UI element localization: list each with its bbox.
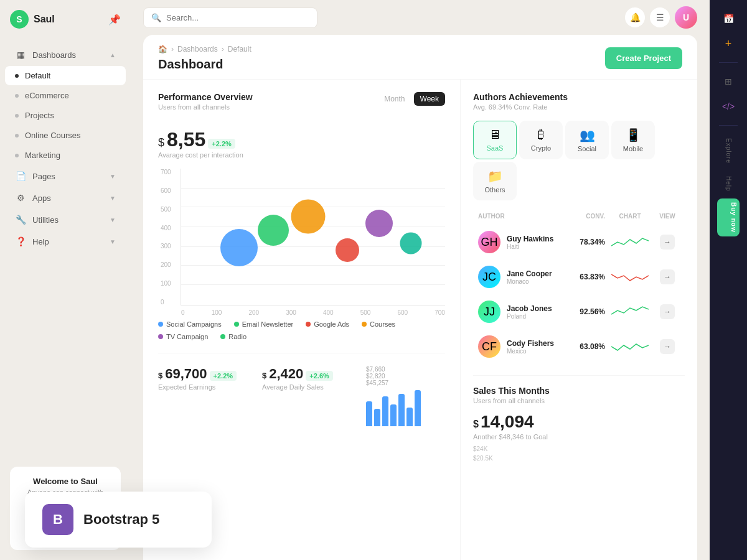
cat-tab-others[interactable]: 📁 Others: [473, 162, 517, 200]
sidebar-item-pages[interactable]: 📄 Pages ▼: [5, 166, 126, 187]
pin-icon[interactable]: 📌: [108, 14, 121, 26]
period-week-button[interactable]: Week: [414, 92, 445, 106]
bubble-google: [291, 199, 325, 233]
stat-value-earnings: $ 69,700 +2.2%: [158, 366, 237, 382]
view-button-jacob[interactable]: →: [660, 304, 675, 319]
author-country-guy: Haiti: [507, 243, 561, 250]
sidebar-item-marketing[interactable]: Marketing: [5, 146, 126, 165]
stats-row: $ 69,700 +2.2% Expected Earnings $ 2,420…: [158, 353, 445, 426]
cat-label-crypto: Crypto: [531, 144, 551, 152]
view-button-guy[interactable]: →: [660, 235, 675, 250]
breadcrumb: 🏠 › Dashboards › Default: [158, 45, 251, 54]
author-chart-jane: [605, 269, 655, 284]
projects-dot: [15, 114, 19, 118]
breadcrumb-default[interactable]: Default: [228, 45, 251, 54]
legend-google-ads: Google Ads: [306, 320, 349, 328]
view-button-jane[interactable]: →: [660, 269, 675, 284]
breadcrumb-sep1: ›: [171, 45, 174, 54]
metric-dollar: $: [158, 136, 164, 149]
author-name-jane: Jane Cooper: [507, 269, 561, 278]
sidebar-item-default[interactable]: Default: [5, 66, 126, 85]
sales-subtitle: Users from all channels: [473, 397, 685, 404]
sales-y1: $24K: [473, 446, 685, 452]
legend-dot-radio: [220, 334, 225, 339]
search-input[interactable]: [166, 13, 309, 22]
sidebar-item-apps[interactable]: ⚙ Apps ▼: [5, 187, 126, 208]
avatar: U: [675, 6, 697, 29]
metric-number: 8,55: [167, 128, 205, 151]
legend-label-tv: TV Campaign: [166, 333, 208, 340]
sales-number: 14,094: [481, 412, 534, 432]
author-info-jacob: Jacob Jones Poland: [507, 304, 561, 320]
cat-tab-crypto[interactable]: ₿ Crypto: [519, 121, 563, 159]
help-label[interactable]: Help: [723, 171, 735, 197]
cat-label-saas: SaaS: [487, 144, 504, 152]
content-header: 🏠 › Dashboards › Default Dashboard Creat…: [143, 35, 697, 80]
pages-arrow-icon: ▼: [110, 173, 116, 180]
cat-tab-social[interactable]: 👥 Social: [565, 121, 609, 159]
bar-values: $7,660 $2,820 $45,257: [366, 366, 445, 386]
category-tabs: 🖥 SaaS ₿ Crypto 👥 Social 📱 Mobile: [473, 121, 685, 200]
y-axis: 700 600 500 400 300 200 100 0: [161, 169, 171, 306]
add-icon-btn[interactable]: +: [717, 32, 740, 55]
sales-goal: Another $48,346 to Goal: [473, 433, 685, 441]
sidebar-label-utilities: Utilities: [32, 215, 110, 225]
breadcrumb-home-icon: 🏠: [158, 45, 167, 54]
gridline: [181, 284, 445, 285]
sales-section: Sales This Months Users from all channel…: [473, 375, 685, 462]
calendar-icon-btn[interactable]: 📅: [717, 7, 740, 30]
bubble-email: [258, 215, 289, 246]
sidebar-item-ecommerce[interactable]: eCommerce: [5, 86, 126, 105]
authors-subtitle: Avg. 69.34% Conv. Rate: [473, 103, 685, 111]
notifications-button[interactable]: 🔔: [625, 7, 645, 27]
sidebar-label-marketing: Marketing: [25, 151, 116, 160]
breadcrumb-dashboards[interactable]: Dashboards: [177, 45, 218, 54]
legend-dot-google: [306, 322, 311, 327]
author-info-cody: Cody Fishers Mexico: [507, 339, 561, 355]
user-avatar-button[interactable]: U: [675, 6, 697, 29]
right-panel: Authors Achievements Avg. 69.34% Conv. R…: [461, 80, 697, 560]
author-view-cody: →: [655, 339, 680, 354]
sidebar-item-projects[interactable]: Projects: [5, 106, 126, 125]
performance-header: Performance Overview Users from all chan…: [158, 92, 445, 121]
cat-tab-saas[interactable]: 🖥 SaaS: [473, 121, 517, 159]
author-row-jacob: JJ Jacob Jones Poland 92.56% →: [473, 296, 685, 328]
author-avatar-jane: JC: [478, 266, 500, 288]
create-project-button[interactable]: Create Project: [605, 47, 682, 69]
author-chart-guy: [605, 235, 655, 250]
sidebar-item-utilities[interactable]: 🔧 Utilities ▼: [5, 209, 126, 230]
legend-courses: Courses: [362, 320, 395, 328]
code-icon-btn[interactable]: </>: [717, 95, 740, 118]
authors-title: Authors Achievements: [473, 92, 685, 102]
sparkline-jane: [611, 269, 649, 284]
sidebar-label-projects: Projects: [25, 111, 116, 120]
crypto-icon: ₿: [538, 128, 544, 142]
author-conv-jacob: 92.56%: [561, 307, 605, 316]
grid-icon-btn[interactable]: ⊞: [717, 70, 740, 93]
legend-label-courses: Courses: [370, 320, 395, 328]
stat-bar-chart: $7,660 $2,820 $45,257: [366, 366, 445, 426]
social-icon: 👥: [580, 128, 595, 142]
ecommerce-dot: [15, 94, 19, 98]
period-month-button[interactable]: Month: [378, 92, 411, 106]
right-dark-sidebar: 📅 + ⊞ </> Explore Help Buy now: [710, 0, 747, 560]
author-name-guy: Guy Hawkins: [507, 235, 561, 243]
author-country-jane: Monaco: [507, 278, 561, 285]
others-icon: 📁: [487, 169, 503, 184]
author-name-jacob: Jacob Jones: [507, 304, 561, 313]
sidebar-item-dashboards[interactable]: ▦ Dashboards ▲: [5, 44, 126, 65]
sidebar-item-help[interactable]: ❓ Help ▼: [5, 231, 126, 252]
legend-dot-courses: [362, 322, 367, 327]
view-button-cody[interactable]: →: [660, 339, 675, 354]
sidebar-item-online-courses[interactable]: Online Courses: [5, 126, 126, 145]
saas-icon: 🖥: [489, 128, 501, 142]
menu-button[interactable]: ☰: [650, 7, 670, 27]
cat-tab-mobile[interactable]: 📱 Mobile: [611, 121, 655, 159]
bar-6: [406, 408, 413, 426]
author-chart-cody: [605, 339, 655, 354]
search-box[interactable]: 🔍: [143, 7, 317, 28]
buy-now-button[interactable]: Buy now: [717, 198, 740, 236]
left-panel: Performance Overview Users from all chan…: [143, 80, 461, 560]
explore-label[interactable]: Explore: [723, 133, 735, 169]
breadcrumb-sep2: ›: [222, 45, 224, 54]
